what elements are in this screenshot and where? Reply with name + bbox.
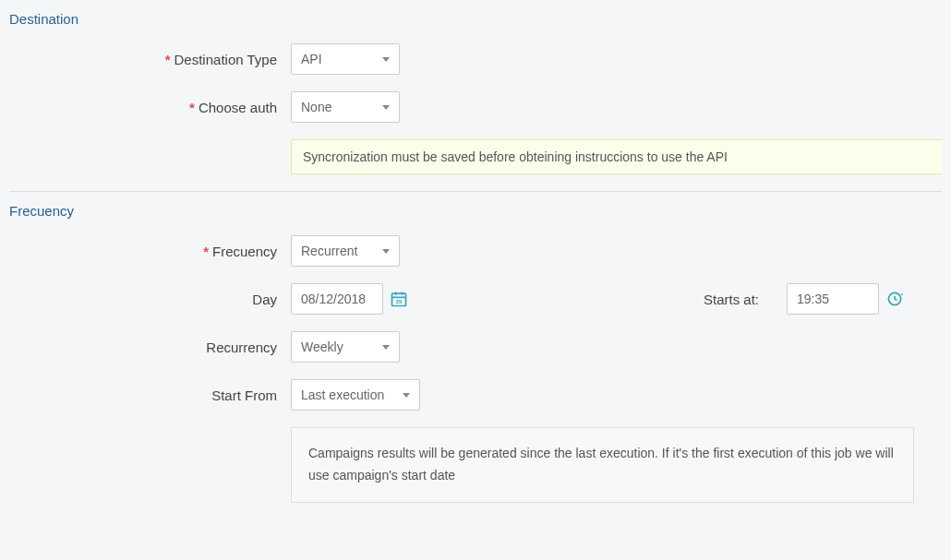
day-left: 25 <box>291 283 413 315</box>
destination-type-input-col: API <box>291 43 942 75</box>
start-from-value: Last execution <box>301 387 384 402</box>
choose-auth-row: * Choose auth None <box>9 91 942 123</box>
calendar-icon[interactable]: 25 <box>385 283 413 315</box>
required-star: * <box>203 244 209 259</box>
frequency-row: * Frecuency Recurrent <box>9 235 942 267</box>
destination-type-label: Destination Type <box>175 52 277 67</box>
frequency-label-col: * Frecuency <box>9 244 291 259</box>
required-star: * <box>165 52 171 67</box>
destination-type-label-col: * Destination Type <box>9 52 291 67</box>
recurrency-label-col: Recurrency <box>9 340 291 355</box>
recurrency-row: Recurrency Weekly <box>9 331 942 363</box>
required-star: * <box>189 100 195 115</box>
frequency-select[interactable]: Recurrent <box>291 235 400 267</box>
chevron-down-icon <box>382 57 390 62</box>
choose-auth-value: None <box>301 100 331 114</box>
api-warning-box: Syncronization must be saved before obte… <box>291 139 942 174</box>
frequency-title: Frecuency <box>9 203 942 219</box>
destination-title: Destination <box>9 11 942 27</box>
svg-line-7 <box>895 299 897 301</box>
destination-section: Destination * Destination Type API * Cho… <box>0 0 951 191</box>
starts-at-label: Starts at: <box>704 292 759 307</box>
frequency-input-col: Recurrent <box>291 235 942 267</box>
chevron-down-icon <box>403 393 410 398</box>
day-input-col: 25 Starts at: <box>291 283 942 315</box>
day-label: Day <box>252 292 277 307</box>
recurrency-label: Recurrency <box>206 340 277 355</box>
choose-auth-label-col: * Choose auth <box>9 100 291 115</box>
frequency-section: Frecuency * Frecuency Recurrent Day <box>0 192 951 519</box>
recurrency-select[interactable]: Weekly <box>291 331 400 363</box>
choose-auth-input-col: None <box>291 91 942 123</box>
frequency-value: Recurrent <box>301 244 357 258</box>
day-input[interactable] <box>291 283 383 315</box>
clock-icon[interactable] <box>881 283 909 315</box>
starts-at-input[interactable] <box>787 283 879 315</box>
svg-text:25: 25 <box>396 299 403 304</box>
start-from-label-col: Start From <box>9 387 291 403</box>
chevron-down-icon <box>382 345 390 350</box>
starts-right <box>787 283 909 315</box>
chevron-down-icon <box>382 249 390 254</box>
frequency-label: Frecuency <box>212 244 277 259</box>
chevron-down-icon <box>382 105 390 110</box>
destination-type-value: API <box>301 52 322 66</box>
start-from-input-col: Last execution <box>291 379 942 411</box>
start-from-info-box: Campaigns results will be generated sinc… <box>291 427 914 503</box>
recurrency-value: Weekly <box>301 340 343 354</box>
destination-type-select[interactable]: API <box>291 43 400 75</box>
start-from-select[interactable]: Last execution <box>291 379 420 411</box>
destination-type-row: * Destination Type API <box>9 43 942 75</box>
choose-auth-label: Choose auth <box>199 100 277 115</box>
start-from-label: Start From <box>211 387 277 403</box>
recurrency-input-col: Weekly <box>291 331 942 363</box>
start-from-row: Start From Last execution <box>9 379 942 411</box>
day-row: Day 25 Starts at: <box>9 283 942 315</box>
choose-auth-select[interactable]: None <box>291 91 400 123</box>
day-label-col: Day <box>9 292 291 307</box>
